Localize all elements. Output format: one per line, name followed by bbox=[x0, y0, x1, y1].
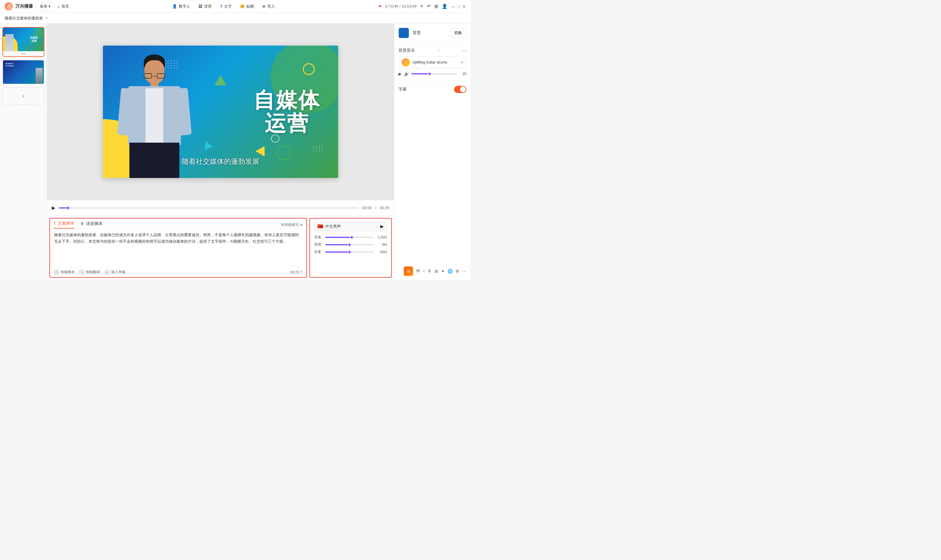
glass-left bbox=[144, 73, 152, 78]
tab-voice-script[interactable]: 🎙 语音脚本 bbox=[80, 221, 103, 228]
current-time: 00:00 bbox=[362, 206, 372, 210]
duration-value: 00:25 bbox=[290, 270, 299, 274]
volume-slider[interactable] bbox=[325, 251, 374, 253]
top-bar-right: ❤ 0.7分钟 / 10.6分钟 + ↶ ⊞ 👤 — □ ✕ bbox=[378, 3, 466, 9]
volume-filled bbox=[411, 73, 430, 74]
script-text: 随着社交媒体的蓬勃发展，自媒体已经成为许多人追求个人品牌、分享观点的重要途径。然… bbox=[54, 233, 299, 243]
voice-selector[interactable]: 🇨🇳 中文男声 › ▶ bbox=[314, 222, 387, 231]
music-volume-slider[interactable] bbox=[411, 73, 457, 74]
time-display: 0.7分钟 / 10.6分钟 bbox=[385, 4, 417, 9]
speed-control-row: 语速 1.00X bbox=[314, 235, 387, 240]
canvas-main-text: 自媒体 运营 bbox=[254, 89, 321, 135]
play-button[interactable]: ▶ bbox=[52, 205, 55, 211]
background-section: 背景 切换 bbox=[398, 28, 466, 38]
insert-pause-icon: ⊘ bbox=[105, 270, 109, 275]
tone-dot bbox=[347, 243, 351, 246]
sticker-button[interactable]: 😊 贴图 bbox=[240, 4, 254, 9]
voice-chevron-icon[interactable]: › bbox=[377, 224, 378, 229]
tone-slider[interactable] bbox=[325, 244, 374, 245]
insert-pause-button[interactable]: ⊘ 插入停顿 bbox=[105, 270, 125, 275]
center-area: 自媒体 运营 随着社交媒体的蓬勃发展 ▶ 00:00 / 00:25 bbox=[47, 23, 394, 280]
volume-dot bbox=[428, 72, 431, 75]
script-content[interactable]: 随着社交媒体的蓬勃发展，自媒体已经成为许多人追求个人品牌、分享观点的重要途径。然… bbox=[50, 229, 306, 267]
import-label: 导入 bbox=[267, 4, 275, 9]
duration-help-icon: ? bbox=[300, 270, 302, 274]
smart-translate-button[interactable]: ⊙ 智能翻译 bbox=[79, 270, 100, 275]
speed-slider[interactable] bbox=[325, 237, 374, 238]
subtitle-section: 字幕 bbox=[398, 86, 466, 93]
apps-icon[interactable]: ⊞ bbox=[434, 3, 438, 9]
bottom-panels: T 文案脚本 🎙 语音脚本 时间线模式 ⇋ 随着社交媒体的蓬勃发展，自媒体已经成… bbox=[47, 215, 394, 280]
main-text-line2: 运营 bbox=[254, 112, 321, 135]
user-icon[interactable]: 👤 bbox=[442, 3, 447, 9]
voice-play-button[interactable]: ▶ bbox=[380, 223, 384, 229]
grid-icon: ⊞ bbox=[435, 269, 438, 274]
smart-script-label: 智能脚本 bbox=[61, 270, 75, 275]
progress-bar[interactable] bbox=[59, 207, 358, 209]
volume-icon: 🔊 bbox=[404, 71, 409, 76]
slide-item-1[interactable]: 1 自媒体 运营 ⊳⊳ bbox=[2, 27, 45, 57]
slide-item-2[interactable]: 2 SCIENCE TUTORIAL bbox=[2, 60, 45, 85]
timeline-mode-button[interactable]: 时间线模式 ⇋ bbox=[281, 222, 303, 227]
home-nav[interactable]: ⌂ 首页 bbox=[57, 4, 69, 9]
dots-pattern-2 bbox=[313, 146, 323, 151]
wand-icon: ✦ bbox=[441, 269, 444, 274]
voice-script-label: 语音脚本 bbox=[86, 221, 103, 226]
background-section-title: 背景 bbox=[412, 30, 421, 35]
right-panel: 背景 切换 背景音乐 ? — ♪ Uplifting Gutiar strums… bbox=[394, 23, 470, 280]
smart-script-button[interactable]: ⊡ 智能脚本 bbox=[54, 270, 75, 275]
tab-copy-script[interactable]: T 文案脚本 bbox=[54, 221, 74, 229]
globe-icon: 🌐 bbox=[447, 269, 452, 274]
bg-color-preview[interactable] bbox=[398, 28, 409, 38]
settings-icon[interactable]: ⚙ bbox=[455, 269, 459, 274]
add-slide-button[interactable]: + bbox=[2, 87, 45, 105]
chinese-icon: 中 bbox=[416, 269, 420, 274]
maximize-button[interactable]: □ bbox=[458, 4, 460, 9]
flag-icon: 🇨🇳 bbox=[317, 223, 323, 229]
background-button[interactable]: 🖼 背景 bbox=[198, 4, 212, 9]
undo-icon[interactable]: ↶ bbox=[427, 3, 431, 9]
close-button[interactable]: ✕ bbox=[462, 4, 466, 9]
timeline-bar: ▶ 00:00 / 00:25 bbox=[47, 200, 394, 215]
import-button[interactable]: ⊕ 导入 bbox=[262, 4, 275, 9]
heart-icon: ❤ bbox=[378, 4, 382, 9]
dot-icon: • bbox=[423, 269, 424, 274]
plus-icon[interactable]: + bbox=[420, 3, 423, 9]
bottom-logo-area: S 中 • 🎙 ⊞ ✦ 🌐 ⚙ ⋯ bbox=[398, 261, 466, 276]
home-icon: ⌂ bbox=[57, 4, 60, 9]
minimize-button[interactable]: — bbox=[451, 4, 455, 9]
sticker-label: 贴图 bbox=[246, 4, 254, 9]
music-collapse-button[interactable]: — bbox=[462, 48, 466, 53]
voice-name: 中文男声 bbox=[326, 224, 374, 229]
bg-circle-2 bbox=[271, 134, 279, 143]
speed-value: 1.00X bbox=[377, 235, 387, 239]
voice-controls: 语速 1.00X 语调 0% bbox=[314, 235, 387, 254]
digital-human-icon: 👤 bbox=[172, 4, 177, 9]
bg-triangle-cyan bbox=[202, 140, 212, 150]
copy-script-icon: T bbox=[54, 221, 56, 226]
music-volume-row: ▶ 🔊 20 bbox=[398, 71, 466, 76]
divider-2 bbox=[398, 81, 466, 81]
music-play-button[interactable]: ▶ bbox=[398, 71, 402, 76]
main-text-line1: 自媒体 bbox=[254, 89, 321, 112]
more-icon[interactable]: ⋯ bbox=[462, 269, 466, 274]
bg-triangle-green bbox=[215, 75, 226, 85]
music-dropdown-icon[interactable]: ▾ bbox=[461, 60, 463, 65]
import-icon: ⊕ bbox=[262, 4, 266, 9]
toolbar-center: 👤 数字人 🖼 背景 T 文字 😊 贴图 ⊕ 导入 bbox=[73, 4, 375, 9]
bg-triangle-yellow bbox=[255, 143, 269, 157]
digital-human-button[interactable]: 👤 数字人 bbox=[172, 4, 190, 9]
menu-label: 菜单 bbox=[40, 4, 47, 9]
script-panel: T 文案脚本 🎙 语音脚本 时间线模式 ⇋ 随着社交媒体的蓬勃发展，自媒体已经成… bbox=[49, 218, 307, 278]
text-button[interactable]: T 文字 bbox=[220, 4, 232, 9]
menu-button[interactable]: 菜单 ▾ bbox=[37, 2, 54, 11]
volume-filled bbox=[325, 251, 349, 253]
slide-thumb-2: SCIENCE TUTORIAL bbox=[3, 60, 44, 84]
subtitle-toggle[interactable] bbox=[454, 86, 466, 93]
total-time: 00:25 bbox=[380, 206, 389, 210]
edit-title-icon[interactable]: ✏ bbox=[45, 16, 48, 20]
volume-value: 50% bbox=[377, 250, 387, 254]
switch-button[interactable]: 切换 bbox=[450, 29, 466, 37]
music-section: 背景音乐 ? — ♪ Uplifting Gutiar strums ▾ ▶ 🔊… bbox=[398, 48, 466, 76]
progress-dot bbox=[66, 206, 70, 210]
